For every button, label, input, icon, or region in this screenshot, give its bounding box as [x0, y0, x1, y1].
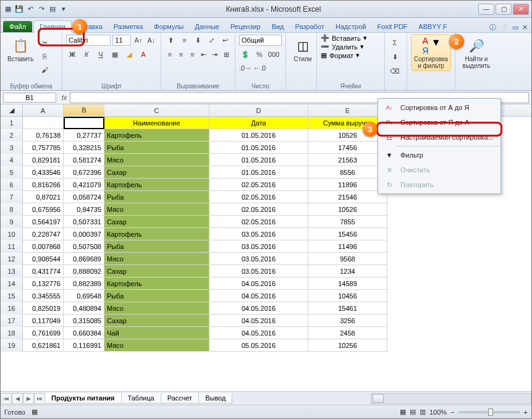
sheet-nav-prev[interactable]: ◀	[12, 393, 23, 404]
fill-icon[interactable]: ⬇	[389, 51, 401, 63]
font-color-icon[interactable]: A	[137, 48, 150, 61]
close-workbook-icon[interactable]: ✕	[522, 23, 528, 32]
zoom-slider[interactable]	[458, 411, 520, 413]
view-normal-icon[interactable]: ▦	[400, 408, 406, 416]
tab-formulas[interactable]: Формулы	[148, 21, 189, 32]
cell[interactable]: 0,816266	[23, 179, 64, 191]
cell[interactable]: Мясо	[104, 154, 209, 166]
cell[interactable]: 0,000397	[64, 228, 104, 240]
macro-record-icon[interactable]: ▦	[32, 408, 38, 416]
shrink-font-icon[interactable]: A↓	[146, 34, 157, 46]
cell[interactable]: 0,581274	[64, 154, 104, 166]
row-header[interactable]: 6	[1, 179, 23, 191]
cell[interactable]: 0,132776	[23, 277, 64, 290]
format-cells-button[interactable]: ▦Формат ▾	[321, 51, 360, 59]
sheet-tab-4[interactable]: Вывод	[198, 393, 232, 404]
tab-home[interactable]: Главная	[33, 20, 72, 33]
cell[interactable]: 02.05.2016	[209, 179, 308, 191]
col-header-e[interactable]: E	[308, 104, 387, 116]
zoom-in-icon[interactable]: +	[524, 408, 528, 416]
row-header[interactable]: 15	[1, 290, 23, 302]
cell[interactable]: 0,882389	[64, 277, 104, 290]
zoom-out-icon[interactable]: −	[450, 408, 454, 416]
qat-more-icon[interactable]: ▾	[59, 4, 69, 14]
cell-header[interactable]: Наименование	[104, 117, 209, 129]
percent-icon[interactable]: %	[253, 48, 266, 61]
cell[interactable]: 10256	[308, 339, 387, 352]
cell[interactable]: 03.05.2016	[209, 265, 308, 277]
tab-file[interactable]: Файл	[3, 21, 32, 32]
cell[interactable]: 02.05.2016	[209, 191, 308, 203]
cell[interactable]: 0,621861	[23, 339, 64, 352]
cell[interactable]: 0,480894	[64, 302, 104, 315]
cell[interactable]: Сахар	[104, 166, 209, 179]
cell[interactable]: Картофель	[104, 179, 209, 191]
row-header[interactable]: 5	[1, 166, 23, 179]
cell[interactable]: 0,433546	[23, 166, 64, 179]
col-header-c[interactable]: C	[104, 104, 209, 116]
cell[interactable]: 04.05.2016	[209, 327, 308, 339]
copy-icon[interactable]: ⎘	[38, 50, 51, 62]
cell[interactable]: 15461	[308, 302, 387, 315]
minimize-ribbon-icon[interactable]: ⓘ	[489, 23, 496, 32]
cut-icon[interactable]: ✂	[38, 36, 51, 49]
grow-font-icon[interactable]: A↑	[133, 34, 144, 46]
cell[interactable]: 0,345555	[23, 290, 64, 302]
cell[interactable]: 21546	[308, 191, 387, 203]
autosum-icon[interactable]: Σ	[389, 36, 401, 49]
cell[interactable]: 0,761699	[23, 327, 64, 339]
cell[interactable]: 0,315085	[64, 315, 104, 327]
cell[interactable]: 0,058724	[64, 191, 104, 203]
cell[interactable]: 3256	[308, 315, 387, 327]
tab-foxit[interactable]: Foxit PDF	[371, 21, 413, 32]
cell[interactable]: 0,117049	[23, 315, 64, 327]
font-size-select[interactable]: 11	[112, 35, 130, 46]
cell[interactable]: Мясо	[104, 302, 209, 315]
cell[interactable]: 0,507331	[64, 216, 104, 228]
cell[interactable]: 02.05.2016	[209, 203, 308, 216]
cell[interactable]: 0,228747	[23, 228, 64, 240]
cell[interactable]: 0,421079	[64, 179, 104, 191]
cell[interactable]: Сахар	[104, 315, 209, 327]
tab-data[interactable]: Данные	[189, 21, 225, 32]
sheet-nav-next[interactable]: ▶	[23, 393, 34, 404]
align-center-icon[interactable]: ≡	[176, 48, 185, 61]
col-header-a[interactable]: A	[23, 104, 64, 116]
sort-filter-button[interactable]: А Я ▼ Сортировка и фильтр	[411, 34, 451, 71]
indent-dec-icon[interactable]: ⇤	[199, 48, 208, 61]
save-icon[interactable]: 💾	[14, 4, 24, 14]
currency-icon[interactable]: 💲	[239, 48, 251, 61]
inc-decimal-icon[interactable]: .0→	[239, 62, 251, 74]
cell[interactable]: 0,69548	[64, 290, 104, 302]
cell[interactable]: 0,672396	[64, 166, 104, 179]
menu-filter[interactable]: ▼ Фильтр	[379, 148, 499, 163]
row-header[interactable]: 1	[1, 117, 23, 129]
cell[interactable]: Картофель	[104, 228, 209, 240]
row-header[interactable]: 10	[1, 228, 23, 240]
cell[interactable]: Чай	[104, 327, 209, 339]
view-pagebreak-icon[interactable]: ▥	[420, 408, 426, 416]
row-header[interactable]: 11	[1, 240, 23, 253]
sheet-tab-3[interactable]: Рассчет	[161, 393, 200, 404]
dec-decimal-icon[interactable]: ←.0	[253, 62, 266, 74]
cell[interactable]: 0,829181	[23, 154, 64, 166]
cell[interactable]	[23, 117, 64, 129]
cell[interactable]: Мясо	[104, 253, 209, 265]
cell[interactable]: 0,116991	[64, 339, 104, 352]
active-cell[interactable]	[64, 117, 104, 129]
cell[interactable]: 04.05.2016	[209, 315, 308, 327]
row-header[interactable]: 8	[1, 203, 23, 216]
align-middle-icon[interactable]: ≡	[179, 34, 190, 46]
merge-icon[interactable]: ⊞	[222, 48, 231, 61]
cell[interactable]: Сахар	[104, 265, 209, 277]
cell[interactable]: 17456	[308, 142, 387, 154]
cell[interactable]: 0,007868	[23, 240, 64, 253]
cell[interactable]: 0,564197	[23, 216, 64, 228]
col-header-d[interactable]: D	[209, 104, 308, 116]
sheet-tab-2[interactable]: Таблица	[121, 393, 161, 404]
maximize-button[interactable]: ▢	[496, 4, 512, 15]
cell[interactable]: 04.05.2016	[209, 302, 308, 315]
cell[interactable]: 01.05.2016	[209, 142, 308, 154]
undo-icon[interactable]: ↶	[25, 4, 35, 14]
fx-icon[interactable]: fx	[59, 94, 70, 101]
